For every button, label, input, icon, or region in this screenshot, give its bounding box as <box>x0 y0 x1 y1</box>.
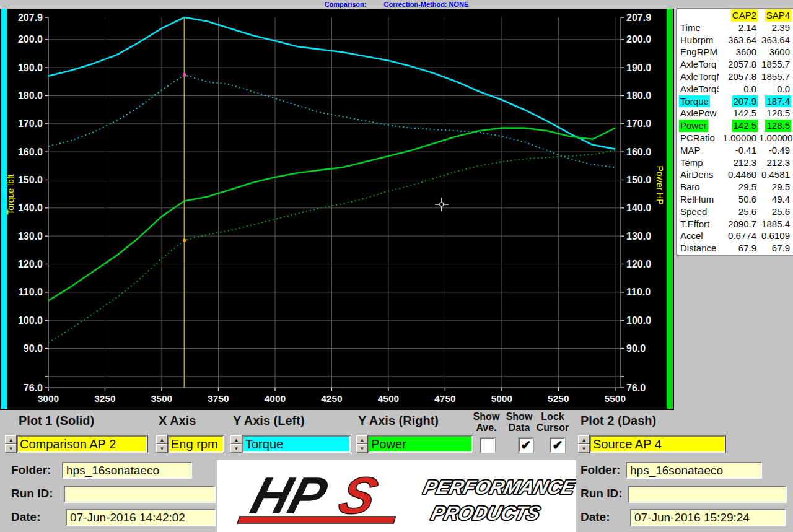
show-ave-checkbox[interactable] <box>480 438 495 453</box>
y-tick-label-left: 180.0 <box>18 90 43 101</box>
date-field-right[interactable]: 07-Jun-2016 15:29:24 <box>630 509 786 526</box>
folder-field-left[interactable]: hps_16sonataeco <box>62 462 192 479</box>
channel-value: 1.00000 <box>758 132 791 144</box>
spinner-down-icon: ▼ <box>156 444 168 453</box>
y-tick-label-right: 100.0 <box>626 315 651 326</box>
channel-value: 207.9 <box>719 95 758 108</box>
channel-value: 67.9 <box>719 242 758 255</box>
show-data-checkbox[interactable]: ✔ <box>519 438 533 453</box>
channel-label: Distance <box>679 242 719 255</box>
x-tick-label: 4250 <box>321 393 342 404</box>
y-right-spinner[interactable]: ▲▼ <box>356 435 368 453</box>
plot2-value-field[interactable]: Source AP 4 <box>590 435 725 453</box>
channel-value: 67.9 <box>758 242 791 255</box>
dyno-app-window: Comparison: Correction-Method: NONE 3000… <box>0 0 793 532</box>
y-tick-label-left: 190.0 <box>18 63 43 73</box>
table-row: EngRPM36003600 <box>677 46 793 58</box>
folder-label-right: Folder: <box>581 463 620 477</box>
dyno-chart[interactable]: 3000325035003750400042504500475050005250… <box>0 9 674 410</box>
channel-value: 25.6 <box>719 206 758 218</box>
y-tick-label-right: 110.0 <box>626 287 651 297</box>
show-ave-label: Show Ave. <box>471 411 502 433</box>
y-tick-label-left: 140.0 <box>18 203 43 213</box>
channel-value: 187.4 <box>758 95 791 108</box>
y-tick-label-right: 207.9 <box>626 12 651 23</box>
channel-label: Temp <box>679 157 719 169</box>
channel-data-table: CAP2SAP4Time2.142.39Hubrpm363.64363.64En… <box>677 9 793 255</box>
y-tick-label-right: 120.0 <box>626 259 651 269</box>
plot2-label: Plot 2 (Dash) <box>581 414 656 428</box>
runid-field-right[interactable] <box>628 486 787 503</box>
date-field-left[interactable]: 07-Jun-2016 14:42:02 <box>66 509 216 526</box>
plot1-value-field[interactable]: Comparison AP 2 <box>17 435 147 453</box>
table-row: T.Effort2090.71885.4 <box>677 218 793 230</box>
x-axis-value-field[interactable]: Eng rpm <box>168 435 224 453</box>
channel-value: 363.64 <box>758 34 791 46</box>
table-row: Speed25.625.6 <box>677 206 793 218</box>
comparison-label: Comparison: <box>325 1 367 8</box>
logo-hp-text: HP <box>245 466 334 525</box>
channel-value: 1855.7 <box>758 58 791 71</box>
table-row: AxlePow142.5128.5 <box>677 107 793 120</box>
y-left-spinner[interactable]: ▲▼ <box>230 435 242 453</box>
channel-label: Hubrpm <box>679 34 719 46</box>
channel-label: AirDens <box>679 168 719 181</box>
channel-value: 2057.8 <box>719 58 758 71</box>
table-row: AxleTorqS0.00.0 <box>677 83 793 95</box>
channel-value: 128.5 <box>758 120 791 132</box>
channel-value: 49.4 <box>758 193 791 206</box>
folder-field-right[interactable]: hps_16sonataeco <box>626 462 762 479</box>
x-axis-select[interactable]: ▲▼ Eng rpm <box>156 435 224 453</box>
runid-field-left[interactable] <box>64 486 216 503</box>
channel-value: 2.14 <box>719 22 758 34</box>
table-row: Temp212.3212.3 <box>677 157 793 169</box>
x-axis-spinner[interactable]: ▲▼ <box>156 435 168 453</box>
y-axis-right-select[interactable]: ▲▼ Power <box>356 435 473 453</box>
channel-label: Speed <box>679 206 719 218</box>
left-axis-color-strip <box>1 9 7 409</box>
correction-method-label: Correction-Method: NONE <box>383 1 468 8</box>
channel-value: 0.0 <box>719 83 758 95</box>
right-axis-color-strip <box>667 9 673 409</box>
channel-value: 2.39 <box>758 22 791 34</box>
spinner-up-icon: ▲ <box>230 435 242 444</box>
channel-value: 0.6109 <box>758 230 791 242</box>
channel-value: 1855.7 <box>758 71 791 83</box>
lock-cursor-checkbox[interactable]: ✔ <box>550 438 565 453</box>
channel-value: 0.0 <box>758 83 791 95</box>
y-tick-label-left: 120.0 <box>18 259 43 269</box>
y-tick-label-right: 76.0 <box>626 383 646 393</box>
plot1-select[interactable]: ▲▼ Comparison AP 2 <box>5 435 147 453</box>
plot1-spinner[interactable]: ▲▼ <box>5 435 17 453</box>
y-axis-right-value-field[interactable]: Power <box>368 435 473 453</box>
logo-performance-text: PERFORMANCE <box>421 476 576 497</box>
channel-label: PCRatio <box>679 132 719 144</box>
spinner-up-icon: ▲ <box>356 435 368 444</box>
date-label-left: Date: <box>11 510 41 524</box>
table-row: RelHum50.649.4 <box>677 193 793 206</box>
lock-cursor-label: Lock Cursor <box>529 411 576 433</box>
y-axis-left-value-field[interactable]: Torque <box>242 435 351 453</box>
table-header-row: CAP2SAP4 <box>677 9 793 22</box>
y-tick-label-left: 90.0 <box>24 343 43 354</box>
plot2-spinner[interactable]: ▲▼ <box>578 435 590 453</box>
table-row: AxleTorqN2057.81855.7 <box>677 71 793 83</box>
col-header-sap4: SAP4 <box>758 9 791 22</box>
y-tick-label-right: 160.0 <box>626 147 651 157</box>
y-axis-right-label: Y Axis (Right) <box>358 414 439 428</box>
channel-value: 128.5 <box>758 107 791 120</box>
spinner-down-icon: ▼ <box>5 444 17 453</box>
chart-canvas[interactable]: 3000325035003750400042504500475050005250… <box>0 9 674 410</box>
channel-value: 0.4581 <box>758 168 791 181</box>
channel-label: Time <box>679 22 719 34</box>
y-tick-label-left: 200.0 <box>18 34 43 45</box>
channel-value: 142.5 <box>719 107 758 120</box>
channel-label: Power <box>679 120 719 132</box>
y-tick-label-right: 140.0 <box>626 203 651 213</box>
channel-value: -0.49 <box>758 144 791 157</box>
channel-label: Accel <box>679 230 719 242</box>
plot2-select[interactable]: ▲▼ Source AP 4 <box>578 435 725 453</box>
y-tick-label-right: 150.0 <box>626 175 651 185</box>
y-tick-label-left: 130.0 <box>18 231 43 242</box>
y-axis-left-select[interactable]: ▲▼ Torque <box>230 435 351 453</box>
